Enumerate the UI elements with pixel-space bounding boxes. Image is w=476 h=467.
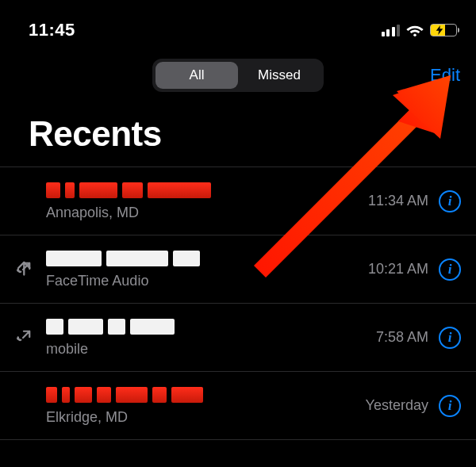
outgoing-call-icon [14,261,32,278]
call-info-button[interactable]: i [438,190,462,212]
segment-missed[interactable]: Missed [238,62,321,89]
call-info-button[interactable]: i [438,395,462,417]
call-subtext: FaceTime Audio [46,273,368,289]
cell-signal-icon [382,24,401,36]
info-icon: i [439,258,461,281]
call-direction-slot [14,329,46,346]
call-row[interactable] [0,439,476,463]
status-bar: 11:45 [0,0,476,44]
segment-all[interactable]: All [155,62,238,89]
call-time: Yesterday [366,397,438,414]
status-time: 11:45 [29,20,75,40]
call-row[interactable]: Elkridge, MD Yesterday i [0,371,476,439]
edit-button[interactable]: Edit [430,65,460,86]
call-subtext: Elkridge, MD [46,409,366,426]
call-direction-slot [14,261,46,278]
caller-name-redacted [46,181,368,200]
recents-filter-segmented[interactable]: All Missed [152,59,324,92]
svg-point-0 [413,33,416,36]
battery-icon [430,24,457,36]
caller-name-redacted [46,317,376,336]
call-row[interactable]: mobile 7:58 AM i [0,303,476,371]
call-info-button[interactable]: i [438,258,462,281]
call-row[interactable]: FaceTime Audio 10:21 AM i [0,235,476,303]
caller-name-redacted [46,249,368,268]
status-icons [382,24,458,36]
recents-list: Annapolis, MD 11:34 AM i [0,167,476,463]
page-title: Recents [0,98,476,167]
call-subtext: Annapolis, MD [46,205,368,221]
charging-bolt-icon [436,25,443,35]
call-time: 7:58 AM [376,329,438,346]
call-subtext: mobile [46,341,376,358]
nav-row: All Missed Edit [0,52,476,98]
call-time: 11:34 AM [368,193,438,209]
info-icon: i [439,190,461,212]
info-icon: i [439,395,461,417]
call-time: 10:21 AM [368,261,438,278]
caller-name-redacted [46,385,366,404]
outgoing-call-icon [14,329,32,346]
info-icon: i [439,327,461,349]
call-row[interactable]: Annapolis, MD 11:34 AM i [0,167,476,235]
call-info-button[interactable]: i [438,327,462,349]
wifi-icon [406,24,424,36]
